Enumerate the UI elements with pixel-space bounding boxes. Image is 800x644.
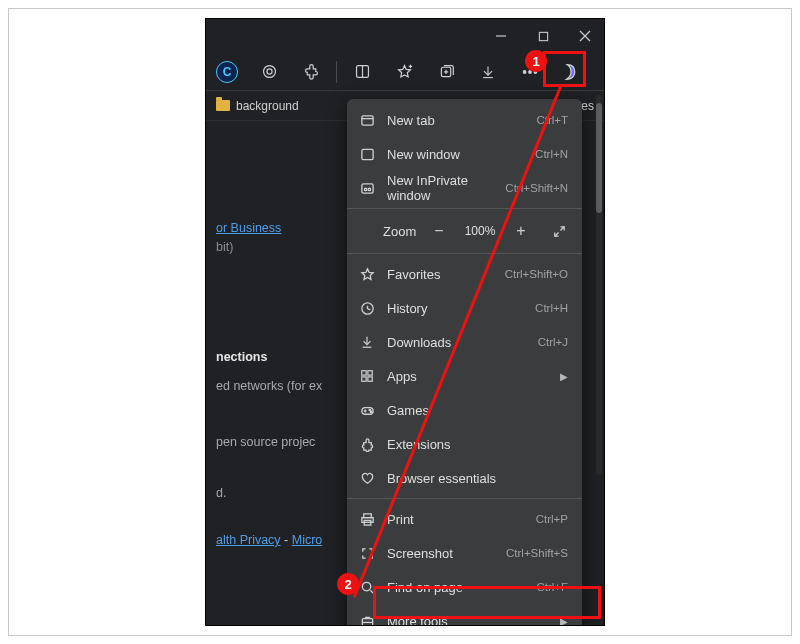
zoom-value: 100% bbox=[460, 224, 500, 238]
new-tab-icon bbox=[359, 112, 375, 128]
svg-point-17 bbox=[534, 70, 537, 73]
zoom-out-button[interactable]: − bbox=[426, 218, 452, 244]
zoom-in-button[interactable]: + bbox=[508, 218, 534, 244]
menu-browser-essentials[interactable]: Browser essentials bbox=[347, 461, 582, 495]
rewards-icon[interactable] bbox=[252, 55, 286, 89]
svg-rect-31 bbox=[362, 377, 366, 381]
maximize-button[interactable] bbox=[536, 29, 550, 43]
menu-label: New window bbox=[387, 147, 523, 162]
menu-label: Browser essentials bbox=[387, 471, 568, 486]
menu-shortcut: Ctrl+Shift+N bbox=[505, 182, 568, 194]
apps-icon bbox=[359, 368, 375, 384]
menu-downloads[interactable]: Downloads Ctrl+J bbox=[347, 325, 582, 359]
menu-shortcut: Ctrl+N bbox=[535, 148, 568, 160]
svg-point-36 bbox=[369, 409, 371, 411]
print-icon bbox=[359, 511, 375, 527]
minimize-button[interactable] bbox=[494, 29, 508, 43]
svg-rect-30 bbox=[368, 371, 372, 375]
menu-label: Find on page bbox=[387, 580, 524, 595]
svg-rect-29 bbox=[362, 371, 366, 375]
close-window-button[interactable] bbox=[578, 29, 592, 43]
menu-shortcut: Ctrl+T bbox=[536, 114, 568, 126]
menu-apps[interactable]: Apps ▶ bbox=[347, 359, 582, 393]
menu-label: Print bbox=[387, 512, 524, 527]
downloads-menu-icon bbox=[359, 334, 375, 350]
link-business[interactable]: or Business bbox=[216, 221, 281, 235]
menu-find[interactable]: Find on page Ctrl+F bbox=[347, 570, 582, 604]
collections-icon[interactable] bbox=[429, 55, 463, 89]
browser-toolbar: C bbox=[206, 53, 604, 91]
favorites-folder[interactable]: background bbox=[216, 99, 299, 113]
favorites-star-icon[interactable] bbox=[387, 55, 421, 89]
svg-rect-32 bbox=[368, 377, 372, 381]
profile-badge-letter: C bbox=[216, 61, 238, 83]
svg-point-4 bbox=[263, 66, 275, 78]
menu-label: Favorites bbox=[387, 267, 493, 282]
menu-shortcut: Ctrl+H bbox=[535, 302, 568, 314]
svg-rect-18 bbox=[361, 115, 372, 124]
svg-rect-21 bbox=[361, 183, 372, 192]
menu-history[interactable]: History Ctrl+H bbox=[347, 291, 582, 325]
menu-shortcut: Ctrl+Shift+O bbox=[505, 268, 568, 280]
zoom-label: Zoom bbox=[383, 224, 418, 239]
copilot-icon[interactable] bbox=[555, 55, 589, 89]
svg-line-42 bbox=[370, 590, 373, 593]
menu-separator bbox=[347, 498, 582, 499]
extensions-icon bbox=[359, 436, 375, 452]
menu-separator bbox=[347, 208, 582, 209]
svg-point-41 bbox=[362, 582, 370, 590]
menu-games[interactable]: Games bbox=[347, 393, 582, 427]
menu-label: Apps bbox=[387, 369, 548, 384]
profile-badge[interactable]: C bbox=[210, 55, 244, 89]
downloads-icon[interactable] bbox=[471, 55, 505, 89]
link-microsoft[interactable]: Micro bbox=[292, 533, 323, 547]
menu-print[interactable]: Print Ctrl+P bbox=[347, 502, 582, 536]
submenu-chevron-icon: ▶ bbox=[560, 616, 568, 627]
favorites-folder-label: background bbox=[236, 99, 299, 113]
history-icon bbox=[359, 300, 375, 316]
menu-separator bbox=[347, 253, 582, 254]
svg-point-5 bbox=[266, 69, 271, 74]
more-menu: New tab Ctrl+T New window Ctrl+N New InP… bbox=[347, 99, 582, 626]
svg-point-37 bbox=[370, 411, 372, 413]
menu-favorites[interactable]: Favorites Ctrl+Shift+O bbox=[347, 257, 582, 291]
menu-label: Screenshot bbox=[387, 546, 494, 561]
games-icon bbox=[359, 402, 375, 418]
search-icon bbox=[359, 579, 375, 595]
link-health-privacy[interactable]: alth Privacy bbox=[216, 533, 281, 547]
menu-label: Downloads bbox=[387, 335, 526, 350]
screenshot-icon bbox=[359, 545, 375, 561]
menu-shortcut: Ctrl+Shift+S bbox=[506, 547, 568, 559]
heart-pulse-icon bbox=[359, 470, 375, 486]
scrollbar[interactable] bbox=[596, 95, 602, 475]
fullscreen-button[interactable] bbox=[546, 218, 572, 244]
menu-inprivate[interactable]: New InPrivate window Ctrl+Shift+N bbox=[347, 171, 582, 205]
favorites-icon bbox=[359, 266, 375, 282]
svg-point-22 bbox=[364, 188, 366, 190]
menu-shortcut: Ctrl+J bbox=[538, 336, 568, 348]
menu-new-tab[interactable]: New tab Ctrl+T bbox=[347, 103, 582, 137]
menu-new-window[interactable]: New window Ctrl+N bbox=[347, 137, 582, 171]
menu-label: History bbox=[387, 301, 523, 316]
svg-rect-20 bbox=[361, 149, 372, 159]
extensions-puzzle-icon[interactable] bbox=[294, 55, 328, 89]
menu-screenshot[interactable]: Screenshot Ctrl+Shift+S bbox=[347, 536, 582, 570]
link-sep: - bbox=[284, 533, 292, 547]
svg-rect-1 bbox=[539, 32, 547, 40]
menu-shortcut: Ctrl+F bbox=[536, 581, 568, 593]
svg-point-15 bbox=[523, 70, 526, 73]
svg-point-23 bbox=[368, 188, 370, 190]
new-window-icon bbox=[359, 146, 375, 162]
browser-window: C bbox=[205, 18, 605, 626]
split-screen-icon[interactable] bbox=[345, 55, 379, 89]
toolbar-divider bbox=[336, 61, 337, 83]
menu-zoom: Zoom − 100% + bbox=[347, 212, 582, 250]
scrollbar-thumb[interactable] bbox=[596, 103, 602, 213]
menu-extensions[interactable]: Extensions bbox=[347, 427, 582, 461]
menu-shortcut: Ctrl+P bbox=[536, 513, 568, 525]
menu-more-tools[interactable]: More tools ▶ bbox=[347, 604, 582, 626]
window-controls bbox=[206, 19, 604, 53]
menu-label: New InPrivate window bbox=[387, 173, 493, 203]
inprivate-icon bbox=[359, 180, 375, 196]
more-menu-button[interactable] bbox=[513, 55, 547, 89]
